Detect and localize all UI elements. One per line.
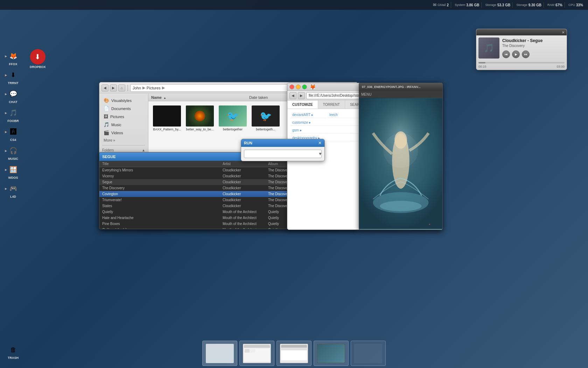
firefox-logo-icon: 🦊: [310, 84, 316, 90]
fm-sidebar-videos[interactable]: 🎬 Videos: [99, 129, 148, 137]
ff-tab-torrent[interactable]: TORRENT: [318, 101, 345, 109]
fm-home-button[interactable]: ⌂: [118, 84, 125, 91]
folders-collapse-icon[interactable]: ▲: [142, 148, 145, 152]
run-titlebar: RUN ✕: [241, 139, 324, 147]
foobr-icon: ▶🎵: [8, 107, 19, 118]
svg-point-7: [383, 133, 418, 168]
trrnt-icon: ▶⬇: [8, 69, 19, 81]
ff-cell-empty1: [327, 120, 364, 126]
topbar-storage2[interactable]: Storage 9.30 GB: [514, 2, 544, 8]
ff-forward-button[interactable]: ▶: [298, 92, 305, 99]
music-player-close-button[interactable]: ✕: [562, 30, 565, 34]
ff-link-customize[interactable]: customize ▸: [290, 120, 327, 126]
ram-value: 67%: [555, 3, 562, 7]
music-row-title: Hate and Heartache: [102, 216, 223, 220]
visualstyles-icon: 🎨: [104, 98, 109, 103]
iv-artwork-svg: ✦: [359, 98, 442, 230]
topbar-storage1[interactable]: Storage 53.3 GB: [483, 2, 513, 8]
sidebar-item-foobr[interactable]: ▶🎵 FOOBR: [1, 106, 26, 124]
sidebar-item-label-chat: CHAT: [9, 100, 17, 104]
topbar-system[interactable]: System 3.86 GB: [453, 2, 482, 8]
music-prev-button[interactable]: ⏮: [502, 50, 510, 58]
dropbox-label: DROPBOX: [30, 65, 46, 69]
music-current-time: 00:15: [478, 65, 486, 68]
sidebar-item-label-ffox: FFOX: [9, 62, 18, 66]
sidebar-item-label-foobr: FOOBR: [7, 119, 19, 123]
gmail-icon: ✉: [433, 2, 436, 7]
sidebar-item-music[interactable]: ▶🎧 MUSIC: [1, 144, 26, 162]
taskbar-thumb-ff[interactable]: [276, 341, 312, 366]
fm-thumb-2[interactable]: better_way_to_be...: [184, 104, 216, 132]
chat-icon: ▶💬: [8, 88, 19, 100]
music-controls: ⏮ ▶ ⏭: [502, 50, 565, 58]
music-total-time: 03:00: [556, 65, 565, 68]
iv-image-art: ✦: [359, 98, 442, 230]
ff-min-button[interactable]: [296, 84, 301, 89]
sidebar-item-chat[interactable]: ▶💬 CHAT: [1, 87, 26, 105]
topbar-ram[interactable]: RAM 67%: [545, 2, 565, 8]
taskbar-thumb-fm[interactable]: [239, 341, 274, 366]
music-row-title: Guilt and the Like: [102, 228, 223, 229]
fm-sidebar-more[interactable]: More »: [99, 137, 148, 144]
ff-cell-empty3: [327, 127, 364, 134]
pictures-icon: 🖼: [104, 114, 108, 119]
ff-max-button[interactable]: [302, 84, 307, 89]
fm-sidebar-music[interactable]: 🎵 Music: [99, 121, 148, 129]
music-time: 00:15 03:00: [476, 65, 567, 70]
fm-sidebar-label: Documents: [111, 107, 131, 111]
fm-sidebar-label: Visualstyles: [111, 98, 132, 103]
dropbox[interactable]: ⬇ DROPBOX: [30, 49, 46, 69]
fm-col-date[interactable]: Date taken: [249, 95, 288, 100]
iv-title: 07_036_ENERGYPOINT.JPG - IRFANV...: [362, 85, 421, 89]
iv-toolbar: MENU: [359, 91, 442, 98]
sidebar-item-l4d[interactable]: ▶🎮 L4D: [1, 182, 26, 200]
fm-path-current: Pictures: [147, 86, 161, 90]
sidebar-item-trrnt[interactable]: ▶⬇ TRRNT: [1, 68, 26, 86]
taskbar-thumb-blank[interactable]: [202, 341, 237, 366]
ff-link-gsm[interactable]: gsm ▸: [290, 127, 327, 134]
topbar-gmail[interactable]: ✉ GMail 2: [431, 2, 451, 8]
sidebar-item-label-cs4: CS4: [10, 138, 16, 142]
fm-path-bar[interactable]: John ▶ Pictures ▶: [130, 84, 297, 92]
fm-col-name[interactable]: Name ▲: [151, 95, 248, 100]
ff-link-deviantart[interactable]: deviantART ▸: [290, 112, 327, 118]
fm-back-button[interactable]: ◀: [102, 84, 108, 91]
sidebar-item-wdos[interactable]: ▶🪟 WDOS: [1, 163, 26, 181]
topbar-cpu[interactable]: CPU 33%: [566, 2, 585, 8]
thumb-image-1: [153, 105, 181, 127]
run-input[interactable]: [244, 150, 322, 158]
iv-menu-button[interactable]: MENU: [361, 93, 371, 96]
fm-thumb-1[interactable]: BAXX_Pattern_by...: [151, 104, 183, 132]
taskbar-thumb-empty[interactable]: [351, 341, 386, 366]
run-dropdown-icon[interactable]: ▼: [318, 151, 322, 156]
l4d-icon: ▶🎮: [8, 183, 19, 194]
run-body: ▼: [241, 147, 324, 161]
fm-sidebar-pictures[interactable]: 🖼 Pictures: [99, 113, 148, 121]
music-next-button[interactable]: ⏭: [522, 50, 530, 58]
fm-sidebar-documents[interactable]: 📄 Documents: [99, 104, 148, 113]
ff-tab-customize[interactable]: CUSTOMIZE: [287, 101, 318, 109]
fm-thumb-4[interactable]: 🐦 bettertogeth...: [250, 104, 281, 132]
svg-text:✦: ✦: [428, 223, 431, 226]
music-progress-bar[interactable]: [478, 62, 565, 63]
thumb-label-4: bettertogeth...: [256, 128, 275, 131]
music-title: Cloudkicker - Segue: [502, 38, 565, 43]
fm-sidebar-visualstyles[interactable]: 🎨 Visualstyles: [99, 96, 148, 104]
sidebar-item-cs4[interactable]: ▶🅰 CS4: [1, 125, 26, 143]
taskbar-thumb-img[interactable]: [314, 341, 349, 366]
run-close-button[interactable]: ✕: [318, 141, 322, 145]
sidebar-item-ffox[interactable]: ▶🦊 FFOX: [1, 49, 26, 67]
music-row-artist: Cloudkicker: [223, 198, 268, 202]
fm-thumb-3[interactable]: 🐦 bettertogether: [217, 104, 248, 132]
ff-link-leech[interactable]: leech: [327, 112, 364, 118]
ff-back-button[interactable]: ◀: [289, 92, 296, 99]
music-row-artist: Cloudkicker: [223, 192, 268, 196]
fm-forward-button[interactable]: ▶: [110, 84, 117, 91]
gmail-label: GMail: [438, 3, 446, 7]
ff-close-button[interactable]: [289, 84, 294, 89]
music-row-artist: Mouth of the Architect: [223, 210, 268, 214]
music-row-title: Everything's Mirrors: [102, 168, 223, 172]
music-play-button[interactable]: ▶: [512, 50, 520, 58]
music-row-title: Quietly: [102, 210, 223, 214]
taskbar: [0, 340, 588, 368]
